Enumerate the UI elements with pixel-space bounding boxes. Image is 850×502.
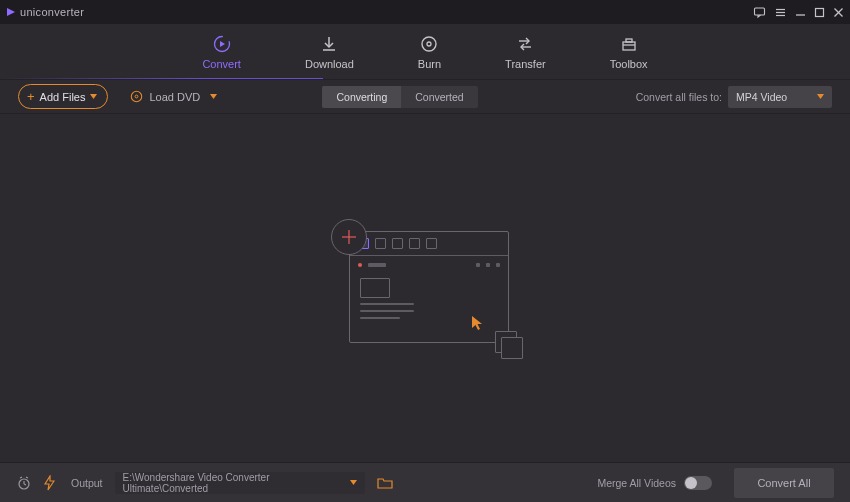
active-tab-underline (248, 78, 322, 80)
sub-toolbar: + Add Files Load DVD Converting Converte… (0, 80, 850, 114)
svg-marker-27 (472, 316, 482, 330)
tab-convert[interactable]: Convert (194, 30, 249, 74)
footer-bar: Output E:\Wondershare Video Converter Ul… (0, 462, 850, 502)
output-label: Output (71, 477, 103, 489)
app-name: uniconverter (20, 6, 84, 18)
convert-icon (212, 34, 232, 54)
burn-icon (419, 34, 439, 54)
disc-icon (130, 90, 143, 103)
tab-label: Toolbox (610, 58, 648, 70)
svg-line-31 (20, 477, 22, 478)
segment-converted[interactable]: Converted (401, 86, 477, 108)
svg-line-32 (26, 477, 28, 478)
merge-label: Merge All Videos (597, 477, 676, 489)
chevron-down-icon (817, 94, 824, 99)
tab-transfer[interactable]: Transfer (497, 30, 554, 74)
format-value: MP4 Video (736, 91, 787, 103)
convert-all-label: Convert all files to: (636, 91, 722, 103)
merge-toggle[interactable] (684, 476, 712, 490)
load-dvd-label: Load DVD (149, 91, 200, 103)
convert-all-format: Convert all files to: MP4 Video (636, 86, 832, 108)
svg-marker-33 (45, 476, 54, 490)
add-circle-icon (331, 219, 367, 255)
segment-converting[interactable]: Converting (322, 86, 401, 108)
svg-rect-17 (623, 42, 635, 50)
load-dvd-button[interactable]: Load DVD (130, 90, 217, 103)
chat-icon[interactable] (753, 6, 766, 19)
svg-rect-18 (626, 39, 632, 42)
add-files-button[interactable]: + Add Files (18, 84, 108, 109)
chevron-down-icon (350, 480, 357, 485)
toolbox-icon (619, 34, 639, 54)
svg-line-30 (24, 484, 26, 485)
close-button[interactable] (833, 7, 844, 18)
tab-label: Transfer (505, 58, 546, 70)
app-logo: uniconverter (6, 6, 84, 18)
svg-rect-6 (816, 8, 824, 16)
menu-icon[interactable] (774, 6, 787, 19)
tab-toolbox[interactable]: Toolbox (602, 30, 656, 74)
tab-label: Convert (202, 58, 241, 70)
svg-point-13 (422, 37, 436, 51)
svg-marker-24 (817, 94, 824, 99)
svg-marker-0 (7, 8, 15, 16)
add-files-label: Add Files (40, 91, 86, 103)
app-logo-icon (6, 7, 16, 17)
transfer-icon (515, 34, 535, 54)
svg-marker-10 (220, 41, 225, 47)
merge-videos-group: Merge All Videos (597, 476, 712, 490)
convert-all-button[interactable]: Convert All (734, 468, 834, 498)
tab-download[interactable]: Download (297, 30, 362, 74)
tab-label: Burn (418, 58, 441, 70)
svg-point-14 (427, 42, 431, 46)
svg-rect-1 (755, 8, 765, 15)
output-path-field[interactable]: E:\Wondershare Video Converter Ultimate\… (115, 472, 365, 494)
output-format-select[interactable]: MP4 Video (728, 86, 832, 108)
chevron-down-icon (210, 94, 217, 99)
svg-marker-34 (350, 480, 357, 485)
convert-all-button-label: Convert All (757, 477, 810, 489)
main-tabbar: Convert Download Burn Transfer Toolbox (0, 24, 850, 80)
svg-marker-23 (210, 94, 217, 99)
tab-burn[interactable]: Burn (410, 30, 449, 74)
minimize-button[interactable] (795, 7, 806, 18)
tab-label: Download (305, 58, 354, 70)
open-folder-button[interactable] (377, 476, 393, 490)
schedule-icon[interactable] (16, 475, 32, 491)
svg-marker-20 (90, 94, 97, 99)
cursor-icon (471, 315, 485, 331)
window-controls (753, 6, 844, 19)
main-area[interactable] (0, 114, 850, 462)
titlebar: uniconverter (0, 0, 850, 24)
chevron-down-icon (90, 94, 97, 99)
download-icon (319, 34, 339, 54)
plus-icon: + (27, 90, 35, 103)
empty-state-illustration (335, 223, 515, 353)
output-path-value: E:\Wondershare Video Converter Ultimate\… (123, 472, 350, 494)
maximize-button[interactable] (814, 7, 825, 18)
converting-converted-segment: Converting Converted (322, 86, 477, 108)
gpu-accel-icon[interactable] (44, 475, 55, 491)
svg-point-22 (136, 95, 139, 98)
svg-point-21 (132, 91, 142, 101)
